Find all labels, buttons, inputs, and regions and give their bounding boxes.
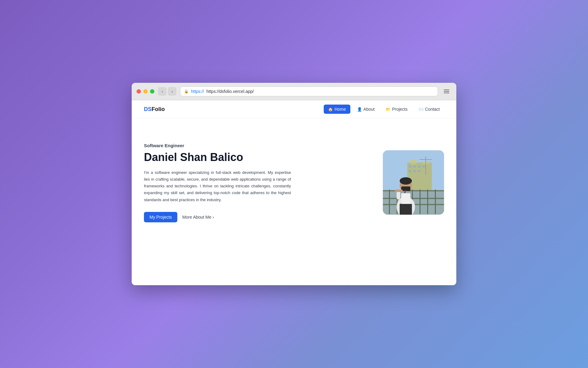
hero-photo-container — [383, 150, 444, 215]
folder-icon: 📁 — [386, 107, 390, 112]
svg-rect-32 — [401, 193, 410, 204]
svg-rect-5 — [413, 166, 416, 167]
svg-rect-7 — [423, 166, 425, 167]
my-projects-button[interactable]: My Projects — [144, 212, 177, 222]
url-https: https:// — [191, 89, 204, 94]
hero-description: I'm a software engineer specializing in … — [144, 169, 291, 203]
svg-rect-21 — [420, 190, 420, 214]
more-about-me-link[interactable]: More About Me › — [182, 215, 214, 220]
svg-point-27 — [400, 177, 412, 185]
nav-projects[interactable]: 📁 Projects — [381, 105, 412, 114]
hero-actions: My Projects More About Me › — [144, 212, 291, 222]
envelope-icon: ✉️ — [419, 107, 424, 112]
maximize-button[interactable] — [150, 89, 154, 94]
logo-folio: Folio — [152, 106, 165, 112]
logo-ds: DS — [144, 106, 152, 112]
arrow-right-icon: › — [213, 215, 214, 220]
svg-rect-10 — [418, 170, 420, 172]
menu-line-1 — [444, 90, 449, 90]
hero-name: Daniel Shan Balico — [144, 151, 291, 164]
url-rest: https://dsfolio.vercel.app/ — [206, 89, 254, 94]
address-bar[interactable]: 🔒 https:// https://dsfolio.vercel.app/ — [180, 86, 438, 96]
svg-rect-9 — [413, 170, 416, 172]
nav-home[interactable]: 🏠 Home — [324, 105, 350, 114]
browser-chrome: ‹ › 🔒 https:// https://dsfolio.vercel.ap… — [132, 83, 456, 100]
browser-menu-button[interactable] — [442, 86, 451, 96]
svg-rect-22 — [427, 190, 428, 214]
svg-rect-23 — [435, 190, 436, 214]
home-icon: 🏠 — [328, 107, 333, 112]
traffic-lights — [137, 89, 154, 94]
svg-rect-2 — [410, 159, 417, 164]
svg-rect-25 — [400, 204, 412, 215]
menu-line-2 — [444, 91, 449, 92]
lock-icon: 🔒 — [184, 89, 189, 94]
hero-text: Software Engineer Daniel Shan Balico I'm… — [144, 143, 291, 222]
nav-about[interactable]: 👤 About — [353, 105, 379, 114]
close-button[interactable] — [137, 89, 141, 94]
svg-rect-4 — [409, 166, 411, 167]
hero-photo — [383, 150, 444, 215]
nav-contact[interactable]: ✉️ Contact — [414, 105, 444, 114]
nav-links: 🏠 Home 👤 About 📁 Projects ✉️ Contact — [324, 105, 444, 114]
site-nav: DSFolio 🏠 Home 👤 About 📁 Projects ✉️ Con — [132, 100, 456, 118]
svg-rect-17 — [389, 190, 390, 214]
minimize-button[interactable] — [143, 89, 148, 94]
back-button[interactable]: ‹ — [158, 87, 167, 96]
site-logo: DSFolio — [144, 106, 165, 113]
browser-nav-buttons: ‹ › — [158, 87, 176, 96]
forward-button[interactable]: › — [168, 87, 176, 96]
svg-rect-6 — [418, 166, 420, 167]
person-icon: 👤 — [357, 107, 362, 112]
browser-content: DSFolio 🏠 Home 👤 About 📁 Projects ✉️ Con — [132, 100, 456, 285]
svg-rect-30 — [395, 190, 403, 192]
svg-rect-8 — [409, 170, 411, 172]
hero-section: Software Engineer Daniel Shan Balico I'm… — [132, 118, 456, 241]
hero-role: Software Engineer — [144, 143, 291, 148]
menu-line-3 — [444, 93, 449, 93]
browser-window: ‹ › 🔒 https:// https://dsfolio.vercel.ap… — [132, 83, 456, 285]
